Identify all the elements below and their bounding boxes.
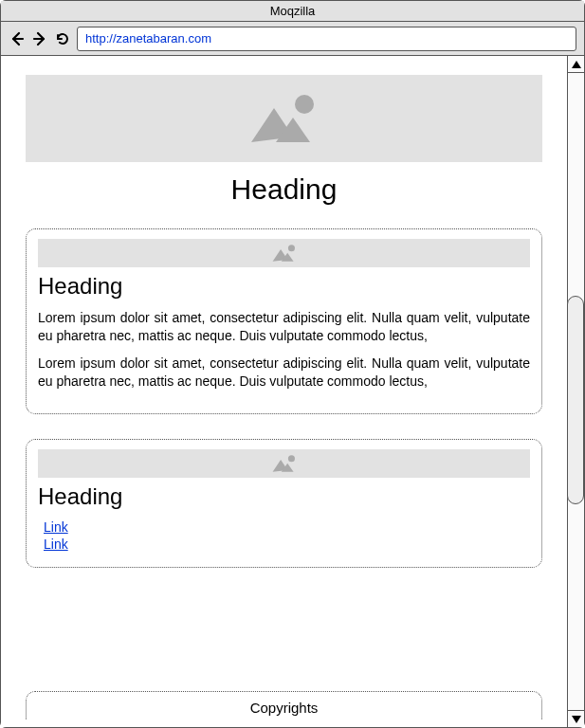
content-card-2: Heading Link Link bbox=[26, 439, 542, 568]
scroll-down-button[interactable] bbox=[568, 710, 584, 727]
card-paragraph: Lorem ipsum dolor sit amet, consectetur … bbox=[38, 355, 530, 391]
card-heading: Heading bbox=[38, 273, 530, 300]
scroll-track[interactable] bbox=[568, 73, 584, 710]
triangle-down-icon bbox=[572, 716, 581, 723]
card-image-placeholder bbox=[38, 449, 530, 478]
reload-icon bbox=[55, 31, 70, 46]
page-title: Heading bbox=[26, 173, 542, 206]
reload-button[interactable] bbox=[54, 30, 71, 47]
card-image-placeholder bbox=[38, 239, 530, 267]
arrow-left-icon bbox=[9, 31, 25, 46]
footer-text: Copyrights bbox=[250, 700, 319, 716]
browser-title: Moqzilla bbox=[1, 1, 584, 22]
scroll-thumb[interactable] bbox=[567, 296, 584, 504]
image-placeholder-icon bbox=[242, 89, 327, 148]
card-link[interactable]: Link bbox=[44, 537, 530, 552]
card-paragraph: Lorem ipsum dolor sit amet, consectetur … bbox=[38, 309, 530, 345]
svg-point-3 bbox=[287, 245, 294, 251]
back-button[interactable] bbox=[9, 30, 26, 47]
image-placeholder-icon bbox=[269, 243, 300, 264]
card-heading: Heading bbox=[38, 483, 530, 510]
arrow-right-icon bbox=[32, 31, 47, 46]
scrollbar[interactable] bbox=[567, 56, 584, 727]
scroll-up-button[interactable] bbox=[568, 56, 584, 73]
triangle-up-icon bbox=[572, 61, 581, 68]
url-input[interactable]: http://zanetabaran.com bbox=[77, 27, 576, 51]
browser-toolbar: http://zanetabaran.com bbox=[1, 22, 584, 56]
svg-point-4 bbox=[287, 455, 294, 462]
content-card-1: Heading Lorem ipsum dolor sit amet, cons… bbox=[26, 228, 542, 414]
forward-button[interactable] bbox=[31, 30, 48, 47]
hero-image-placeholder bbox=[26, 75, 542, 162]
content-frame: Heading Heading Lorem ipsum dolor sit am… bbox=[1, 56, 584, 727]
image-placeholder-icon bbox=[269, 453, 300, 474]
browser-window: Moqzilla http://zanetabaran.com Heading bbox=[0, 0, 585, 728]
svg-point-2 bbox=[295, 95, 314, 114]
card-link[interactable]: Link bbox=[44, 519, 530, 535]
footer: Copyrights bbox=[26, 691, 542, 719]
page-viewport: Heading Heading Lorem ipsum dolor sit am… bbox=[1, 56, 567, 727]
